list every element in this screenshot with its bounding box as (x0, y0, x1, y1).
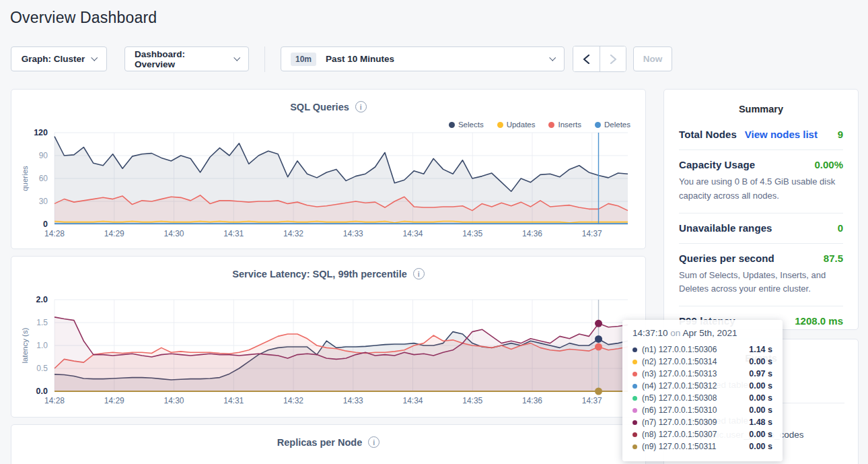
toolbar-divider (264, 46, 265, 72)
y-axis-tick-label: 2.0 (36, 295, 48, 304)
time-range-dropdown[interactable]: 10m Past 10 Minutes (281, 46, 565, 71)
tooltip-node-row: (n2) 127.0.0.1:503140.00 s (632, 356, 772, 368)
summary-row: Total NodesView nodes list9 (679, 120, 843, 150)
x-axis-tick-label: 14:31 (223, 229, 244, 238)
now-button[interactable]: Now (633, 46, 672, 71)
y-axis-title: queries (21, 166, 29, 191)
hover-point-dot (595, 388, 602, 395)
node-latency-value: 0.00 s (749, 430, 772, 439)
node-address: (n7) 127.0.0.1:50309 (642, 418, 717, 427)
next-range-button[interactable] (600, 46, 626, 71)
tooltip-node-row: (n7) 127.0.0.1:503091.48 s (632, 416, 772, 428)
tooltip-node-row: (n1) 127.0.0.1:503061.14 s (632, 343, 772, 356)
node-latency-value: 1.48 s (749, 418, 772, 427)
now-button-label: Now (643, 54, 663, 64)
node-address: (n9) 127.0.0.1:50311 (642, 442, 717, 451)
chevron-right-icon (610, 55, 617, 64)
summary-row-value: 1208.0 ms (795, 315, 843, 327)
x-axis-tick-label: 14:33 (343, 396, 363, 405)
x-axis-tick-label: 14:36 (522, 396, 542, 405)
x-axis-tick-label: 14:35 (462, 396, 482, 405)
summary-row-label: Queries per second (679, 253, 774, 264)
hover-point-dot (595, 343, 602, 351)
chart-header: Replicas per Node i (11, 425, 645, 448)
dashboard-dropdown-label: Dashboard: Overview (135, 49, 227, 69)
tooltip-date: Apr 5th, 2021 (682, 328, 737, 338)
node-color-dot (632, 432, 637, 437)
time-step-buttons (573, 46, 626, 72)
tooltip-node-row: (n8) 127.0.0.1:503070.00 s (632, 428, 772, 440)
x-axis-tick-label: 14:28 (44, 229, 65, 238)
tooltip-node-row: (n4) 127.0.0.1:503120.00 s (632, 380, 772, 392)
node-address: (n1) 127.0.0.1:50306 (642, 345, 717, 354)
x-axis-tick-label: 14:32 (283, 396, 303, 405)
node-address: (n3) 127.0.0.1:50313 (642, 369, 717, 378)
node-color-dot (632, 360, 637, 364)
summary-rows: Total NodesView nodes list9Capacity Usag… (664, 120, 858, 336)
node-address: (n5) 127.0.0.1:50308 (642, 393, 717, 403)
sql-queries-chart-canvas[interactable]: 14:2814:2914:3014:3114:3214:3314:3414:35… (11, 90, 645, 248)
summary-panel: Summary Total NodesView nodes list9Capac… (663, 89, 859, 330)
node-latency-value: 1.14 s (749, 345, 772, 354)
x-axis-tick-label: 14:37 (582, 229, 602, 238)
x-axis-tick-label: 14:30 (164, 229, 184, 238)
node-latency-value: 0.00 s (749, 442, 772, 451)
tooltip-time: 14:37:10 (632, 328, 668, 338)
x-axis-tick-label: 14:30 (164, 396, 184, 405)
summary-row-value: 0 (838, 222, 843, 234)
x-axis-tick-label: 14:29 (104, 396, 124, 405)
summary-row-subtext: Sum of Selects, Updates, Inserts, and De… (679, 269, 843, 297)
node-color-dot (632, 372, 637, 376)
graph-scope-label: Graph: Cluster (22, 54, 85, 64)
hover-point-dot (595, 320, 602, 327)
summary-title: Summary (664, 90, 858, 120)
summary-row-value: 9 (838, 129, 843, 140)
time-range-badge: 10m (291, 53, 316, 66)
dashboard-toolbar: Graph: Cluster Dashboard: Overview 10m P… (11, 46, 672, 72)
x-axis-tick-label: 14:28 (44, 396, 65, 405)
tooltip-node-row: (n6) 127.0.0.1:503100.00 s (632, 404, 772, 416)
y-axis-tick-label: 0.0 (36, 387, 48, 396)
node-color-dot (632, 347, 637, 352)
node-address: (n6) 127.0.0.1:50310 (642, 405, 717, 415)
summary-row-subtext: You are using 0 B of 4.5 GiB usable disk… (679, 175, 843, 203)
node-color-dot (632, 396, 637, 401)
x-axis-tick-label: 14:34 (402, 229, 423, 238)
sql-queries-chart-card: SQL Queries i SelectsUpdatesInsertsDelet… (11, 89, 646, 249)
chevron-down-icon (92, 54, 98, 61)
service-latency-chart-canvas[interactable]: 14:2814:2914:3014:3114:3214:3314:3414:35… (11, 257, 645, 417)
summary-row-label: Capacity Usage (679, 159, 755, 170)
y-axis-tick-label: 90 (39, 151, 48, 160)
chart-hover-tooltip: 14:37:10 on Apr 5th, 2021 (n1) 127.0.0.1… (622, 320, 783, 461)
x-axis-tick-label: 14:35 (462, 229, 482, 238)
node-latency-value: 0.00 s (749, 405, 772, 415)
y-axis-tick-label: 60 (39, 174, 48, 183)
node-color-dot (632, 408, 637, 413)
summary-row-value: 87.5 (824, 253, 843, 264)
chevron-left-icon (583, 55, 590, 64)
previous-range-button[interactable] (573, 46, 600, 71)
page-title: Overview Dashboard (10, 9, 157, 27)
dashboard-dropdown[interactable]: Dashboard: Overview (124, 46, 249, 71)
info-icon[interactable]: i (368, 436, 379, 448)
y-axis-tick-label: 120 (34, 128, 48, 137)
node-latency-value: 0.00 s (749, 381, 772, 391)
y-axis-tick-label: 30 (39, 197, 48, 206)
tooltip-timestamp: 14:37:10 on Apr 5th, 2021 (632, 328, 772, 338)
x-axis-tick-label: 14:32 (283, 229, 303, 238)
view-nodes-list-link[interactable]: View nodes list (745, 129, 818, 140)
y-axis-tick-label: 0 (43, 220, 48, 229)
summary-row-label: Unavailable ranges (679, 222, 772, 234)
service-latency-chart-card: Service Latency: SQL, 99th percentile i … (11, 256, 646, 418)
summary-row: Capacity Usage0.00%You are using 0 B of … (679, 150, 843, 213)
node-color-dot (632, 420, 637, 425)
tooltip-node-row: (n3) 127.0.0.1:503130.97 s (632, 368, 772, 380)
chevron-down-icon (233, 54, 240, 61)
graph-scope-dropdown[interactable]: Graph: Cluster (11, 46, 107, 71)
summary-row: Queries per second87.5Sum of Selects, Up… (679, 244, 843, 307)
x-axis-tick-label: 14:31 (223, 396, 244, 405)
summary-row: Unavailable ranges0 (679, 213, 843, 244)
y-axis-tick-label: 0.5 (36, 364, 48, 373)
time-range-label: Past 10 Minutes (326, 54, 394, 64)
node-address: (n4) 127.0.0.1:50312 (642, 381, 717, 391)
